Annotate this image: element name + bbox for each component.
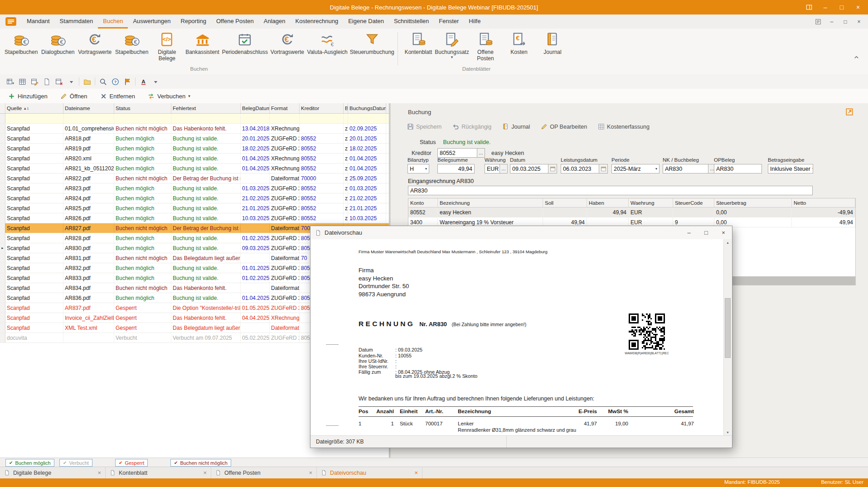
opbeleg-input[interactable]: AR830 <box>714 164 762 174</box>
ribbon-button[interactable]: € Valuta-Ausgleich <box>306 29 349 55</box>
document-tab[interactable]: Digitale Belege × <box>0 467 106 478</box>
waehrung-lookup-button[interactable]: … <box>500 164 508 174</box>
table-row[interactable]: Scanpfad AR824.pdf Buchen möglich Buchun… <box>0 193 389 203</box>
table-row[interactable]: Scanpfad AR819.pdf Buchen möglich Buchun… <box>0 144 389 154</box>
menu-item[interactable]: Hilfe <box>464 14 485 29</box>
quick-toolbar-button[interactable]: A <box>139 77 148 86</box>
action-button[interactable]: Hinzufügen <box>4 91 55 101</box>
datum-calendar-button[interactable] <box>548 164 557 174</box>
close-button[interactable]: × <box>715 226 732 239</box>
buchungstext-input[interactable]: AR830 <box>408 186 813 195</box>
buchung-toolbar-button[interactable]: Rückgängig <box>452 123 491 130</box>
legend-filter-chip[interactable]: ✔ Gesperrt <box>115 459 148 467</box>
waehrung-input[interactable]: EUR <box>485 164 500 174</box>
ribbon-button[interactable]: € Dialogbuchen <box>39 29 76 55</box>
quick-toolbar-button[interactable] <box>18 77 27 86</box>
quick-toolbar-button[interactable]: ? <box>111 77 120 86</box>
document-tab[interactable]: Dateivorschau × <box>317 467 422 478</box>
menu-item[interactable]: Offene Posten <box>211 14 259 29</box>
buchung-toolbar-button[interactable]: Journal <box>502 123 530 130</box>
column-header-netto[interactable]: Netto <box>792 198 855 207</box>
betragseingabe-select[interactable]: Inklusive Steuer▾ <box>768 164 813 174</box>
table-row[interactable]: Scanpfad AR825.pdf Buchen möglich Buchun… <box>0 203 389 213</box>
column-header-buchungsdatum[interactable]: BuchungsDatum <box>348 103 386 113</box>
column-header-format[interactable]: Format <box>270 103 300 113</box>
preview-titlebar[interactable]: Dateivorschau – □ × <box>310 226 732 239</box>
ribbon-button[interactable]: Offene Posten <box>469 29 502 62</box>
quick-toolbar-button[interactable] <box>67 77 76 86</box>
open-in-window-button[interactable] <box>844 107 855 117</box>
quick-toolbar-button[interactable] <box>82 77 92 86</box>
menu-item[interactable]: Mandant <box>22 14 55 29</box>
nk-buchbeleg-input[interactable]: AR830 <box>663 164 708 174</box>
app-menu-button[interactable] <box>5 17 16 26</box>
ribbon-button[interactable]: Steuerumbuchung <box>349 29 395 55</box>
close-icon[interactable]: × <box>309 469 312 476</box>
datum-input[interactable]: 09.03.2025 <box>510 164 548 174</box>
column-header-konto[interactable]: Konto <box>408 198 438 207</box>
buchung-toolbar-button[interactable]: Speichern <box>407 123 441 130</box>
legend-filter-chip[interactable]: ✔ Verbucht <box>59 459 92 467</box>
menu-item[interactable]: Anlagen <box>259 14 291 29</box>
menu-item[interactable]: Eigene Daten <box>343 14 389 29</box>
table-row[interactable]: Scanpfad AR818.pdf Buchen möglich Buchun… <box>0 134 389 144</box>
kreditor-input[interactable]: 80552 <box>437 148 477 158</box>
quick-toolbar-button[interactable] <box>135 77 136 86</box>
column-header-dateiname[interactable]: Dateiname <box>63 103 114 113</box>
column-header-steuercode[interactable]: SteuerCode <box>673 198 714 207</box>
leistungsdatum-calendar-button[interactable] <box>599 164 608 174</box>
table-row[interactable]: Scanpfad AR822.pdf Buchen nicht möglich … <box>0 174 389 183</box>
mdi-minimize-button[interactable]: – <box>825 17 838 27</box>
scroll-up-arrow[interactable]: ▲ <box>724 239 732 246</box>
column-header-status[interactable]: Status <box>114 103 171 113</box>
column-header-fehlertext[interactable]: Fehlertext <box>171 103 241 113</box>
kreditor-lookup-button[interactable]: … <box>477 148 485 158</box>
ribbon-button[interactable]: € Stapelbuchen <box>3 29 39 55</box>
quick-toolbar-button[interactable] <box>95 77 95 86</box>
scrollbar-thumb[interactable] <box>725 298 731 358</box>
close-icon[interactable]: × <box>203 469 207 476</box>
table-row[interactable] <box>0 114 389 124</box>
panel-layout-button[interactable] <box>801 1 817 13</box>
ribbon-button[interactable]: </> Digitale Belege <box>150 29 184 62</box>
maximize-button[interactable]: □ <box>834 1 850 13</box>
quick-toolbar-button[interactable] <box>5 77 15 86</box>
periode-select[interactable]: 2025-März▾ <box>611 164 659 174</box>
quick-toolbar-button[interactable] <box>98 77 107 86</box>
table-row[interactable]: 80552 easy Hecken 49,94 EUR 0,00 -49,94 <box>408 207 855 217</box>
minimize-button[interactable]: – <box>817 1 834 13</box>
table-row[interactable]: Scanpfad AR820.xml Buchen möglich Buchun… <box>0 154 389 164</box>
column-header-b[interactable]: B <box>344 103 348 113</box>
close-icon[interactable]: × <box>414 469 418 476</box>
close-button[interactable]: × <box>850 1 866 13</box>
action-button[interactable]: Entfernen <box>96 91 142 101</box>
document-tab[interactable]: Kontenblatt × <box>106 467 211 478</box>
menu-item[interactable]: Stammdaten <box>55 14 98 29</box>
ribbon-button[interactable]: Kontenblatt <box>402 29 435 55</box>
column-header-soll[interactable]: Soll <box>543 198 587 207</box>
ribbon-button[interactable]: Bankassistent <box>184 29 221 55</box>
ribbon-button[interactable]: € Kosten <box>502 29 536 55</box>
ribbon-button[interactable]: € Vortragswerte <box>269 29 306 55</box>
column-header-steuerbetrag[interactable]: Steuerbetrag <box>714 198 792 207</box>
quick-toolbar-button[interactable] <box>151 77 160 86</box>
column-header-bezeichnung[interactable]: Bezeichnung <box>438 198 543 207</box>
minimize-button[interactable]: – <box>680 226 698 239</box>
menu-item[interactable]: Auswertungen <box>128 14 175 29</box>
menu-item[interactable]: Schnittstellen <box>389 14 434 29</box>
ribbon-button[interactable]: Journal <box>536 29 569 55</box>
quick-toolbar-button[interactable] <box>79 77 79 86</box>
column-header-haben[interactable]: Haben <box>587 198 629 207</box>
feedback-button[interactable] <box>812 17 824 27</box>
ribbon-button[interactable]: Buchungssatz ▾ <box>435 29 469 59</box>
buchung-toolbar-button[interactable]: Kostenerfassung <box>598 123 650 130</box>
quick-toolbar-button[interactable] <box>30 77 39 86</box>
quick-toolbar-button[interactable] <box>42 77 51 86</box>
quick-toolbar-button[interactable] <box>54 77 63 86</box>
action-button[interactable]: Verbuchen ▾ <box>143 91 195 101</box>
column-header-waehrung[interactable]: Waehrung <box>629 198 673 207</box>
preview-scrollbar[interactable]: ▲ ▼ <box>723 239 732 436</box>
leistungsdatum-input[interactable]: 06.03.2023 <box>561 164 599 174</box>
table-row[interactable]: Scanpfad AR823.pdf Buchen möglich Buchun… <box>0 183 389 193</box>
legend-filter-chip[interactable]: ✔ Buchen nicht möglich <box>170 459 231 467</box>
